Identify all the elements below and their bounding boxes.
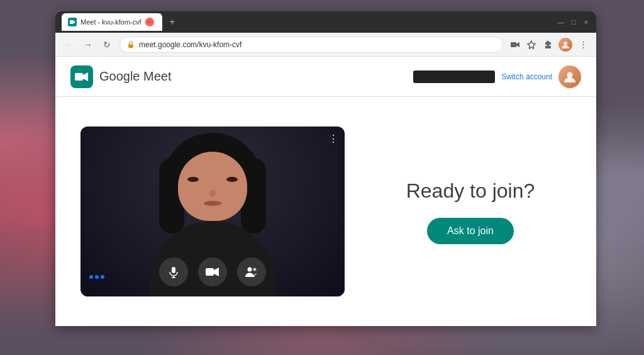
page-content: Google Meet Switch account (55, 57, 596, 326)
new-tab-button[interactable]: + (165, 14, 180, 30)
svg-rect-2 (511, 42, 516, 47)
join-panel: Ready to join? Ask to join (370, 179, 571, 244)
more-options-icon[interactable]: ⋮ (577, 39, 589, 50)
ask-to-join-button[interactable]: Ask to join (427, 218, 514, 244)
url-text: meet.google.com/kvu-kfom-cvf (139, 40, 242, 49)
user-avatar[interactable] (558, 65, 581, 88)
address-bar: ← → ↻ 🔒 meet.google.com/kvu-kfom-cvf (55, 33, 596, 57)
maximize-button[interactable]: □ (570, 18, 577, 26)
tab-favicon (68, 18, 77, 26)
active-tab[interactable]: Meet - kvu-kfom-cvf × (62, 13, 162, 31)
svg-point-15 (253, 268, 257, 271)
window-controls: — □ × (557, 18, 590, 26)
video-background: ⋮ (80, 127, 345, 296)
google-meet-logo: Google Meet (70, 65, 172, 88)
tab-close-button[interactable]: × (145, 18, 154, 26)
profile-avatar-small[interactable] (558, 38, 572, 52)
svg-point-5 (564, 42, 567, 45)
tab-title: Meet - kvu-kfom-cvf (80, 18, 142, 26)
browser-window: Meet - kvu-kfom-cvf × + — □ × ← → ↻ 🔒 me… (55, 11, 596, 326)
meet-icon (70, 65, 93, 88)
svg-marker-7 (83, 72, 88, 81)
video-more-options[interactable]: ⋮ (328, 133, 338, 145)
svg-marker-4 (528, 41, 535, 48)
back-button[interactable]: ← (63, 40, 75, 50)
svg-rect-12 (206, 268, 214, 276)
minimize-button[interactable]: — (557, 18, 565, 26)
svg-rect-6 (75, 73, 83, 81)
forward-button[interactable]: → (82, 40, 94, 50)
svg-marker-1 (74, 21, 75, 23)
svg-marker-13 (214, 268, 219, 276)
account-email-bar (413, 70, 495, 83)
title-bar: Meet - kvu-kfom-cvf × + — □ × (55, 11, 596, 33)
account-area: Switch account (413, 65, 581, 88)
switch-account-button[interactable]: Switch account (501, 72, 552, 81)
svg-point-8 (567, 72, 573, 77)
svg-rect-9 (172, 267, 175, 273)
camera-toolbar-icon[interactable] (509, 39, 521, 50)
ready-to-join-text: Ready to join? (406, 179, 535, 203)
url-bar[interactable]: 🔒 meet.google.com/kvu-kfom-cvf (119, 37, 503, 53)
mic-button[interactable] (159, 257, 188, 286)
toolbar-icons: ⋮ (509, 38, 589, 52)
reload-button[interactable]: ↻ (101, 40, 113, 50)
people-button[interactable] (237, 257, 266, 286)
svg-rect-0 (70, 20, 74, 24)
tab-strip: Meet - kvu-kfom-cvf × + (62, 13, 553, 31)
video-controls (80, 257, 345, 286)
svg-point-14 (248, 268, 252, 272)
svg-marker-3 (516, 42, 519, 47)
main-area: ⋮ (55, 97, 596, 326)
camera-button[interactable] (198, 257, 227, 286)
bookmark-icon[interactable] (526, 39, 537, 50)
top-bar: Google Meet Switch account (55, 57, 596, 97)
meet-title-text: Google Meet (99, 69, 172, 84)
extensions-icon[interactable] (542, 39, 553, 50)
video-preview-container: ⋮ (80, 127, 345, 296)
close-button[interactable]: × (582, 18, 590, 26)
lock-icon: 🔒 (126, 40, 135, 48)
